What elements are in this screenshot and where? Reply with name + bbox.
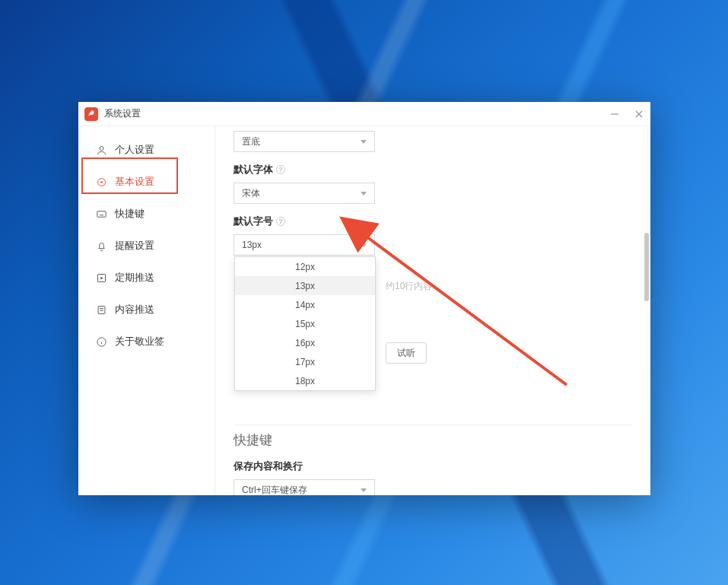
field-label-text: 保存内容和换行 (234, 459, 303, 473)
field-default-fontsize: 默认字号 ? 13px 12px 13px 14px 15px 16px 17p… (234, 215, 632, 256)
save-select[interactable]: Ctrl+回车键保存 (234, 479, 375, 495)
bell-icon (95, 240, 107, 252)
scrollbar-thumb[interactable] (644, 233, 649, 301)
select-value: 宋体 (242, 187, 260, 200)
select-value: 13px (242, 240, 262, 250)
svg-point-3 (100, 146, 103, 150)
field-save-behavior: 保存内容和换行 Ctrl+回车键保存 (234, 459, 632, 495)
titlebar: 系统设置 (78, 102, 650, 126)
sidebar-item-label: 关于敬业签 (115, 335, 164, 348)
svg-rect-12 (98, 306, 105, 313)
svg-point-5 (100, 181, 103, 183)
minimize-button[interactable] (609, 109, 620, 119)
help-icon[interactable]: ? (276, 165, 285, 174)
position-select[interactable]: 置底 (234, 131, 375, 152)
sidebar: 个人设置 基本设置 快捷键 提醒设置 (78, 126, 215, 495)
play-box-icon (95, 272, 107, 284)
chevron-down-icon (361, 243, 367, 247)
sidebar-item-about[interactable]: 关于敬业签 (78, 326, 215, 358)
fontsize-option[interactable]: 12px (235, 257, 375, 276)
fontsize-option[interactable]: 15px (235, 314, 375, 333)
sidebar-item-label: 内容推送 (115, 303, 154, 316)
sidebar-item-personal[interactable]: 个人设置 (78, 134, 215, 166)
keyboard-icon (95, 208, 107, 220)
select-value: Ctrl+回车键保存 (242, 484, 307, 496)
doc-icon (95, 304, 107, 316)
sidebar-item-label: 定期推送 (115, 271, 154, 285)
font-select[interactable]: 宋体 (234, 183, 375, 204)
sidebar-item-label: 快捷键 (115, 207, 145, 221)
close-button[interactable] (634, 109, 644, 119)
field-default-font: 默认字体 ? 宋体 (234, 163, 632, 204)
fontsize-option[interactable]: 13px (235, 276, 375, 295)
svg-rect-6 (97, 211, 105, 217)
sidebar-item-reminder[interactable]: 提醒设置 (78, 230, 215, 262)
fontsize-option[interactable]: 16px (235, 333, 375, 352)
sidebar-item-content-push[interactable]: 内容推送 (78, 294, 215, 326)
sidebar-item-label: 基本设置 (115, 175, 154, 189)
content: 置底 默认字体 ? 宋体 默认字号 ? 13px (215, 126, 650, 495)
chevron-down-icon (361, 140, 367, 144)
fontsize-option[interactable]: 18px (235, 371, 375, 390)
window-controls (609, 109, 644, 119)
select-value: 置底 (242, 135, 260, 148)
sidebar-item-shortcuts[interactable]: 快捷键 (78, 198, 215, 230)
fontsize-option[interactable]: 14px (235, 295, 375, 314)
field-label-text: 默认字体 (234, 163, 273, 176)
hint-text: 约10行内容 (386, 280, 432, 293)
help-icon[interactable]: ? (276, 217, 285, 226)
sidebar-item-schedule-push[interactable]: 定期推送 (78, 262, 215, 294)
fontsize-dropdown: 12px 13px 14px 15px 16px 17px 18px (234, 256, 376, 391)
window-title: 系统设置 (104, 107, 141, 120)
info-icon (95, 335, 107, 348)
sidebar-item-label: 个人设置 (115, 143, 154, 157)
chevron-down-icon (361, 488, 367, 492)
settings-window: 系统设置 个人设置 基本设置 (78, 102, 650, 495)
app-icon (84, 107, 98, 121)
field-label-text: 默认字号 (234, 215, 273, 228)
section-shortcuts: 快捷键 (234, 431, 632, 449)
target-icon (95, 176, 107, 188)
fontsize-select[interactable]: 13px 12px 13px 14px 15px 16px 17px 18px (234, 234, 375, 256)
sidebar-item-label: 提醒设置 (115, 239, 154, 253)
chevron-down-icon (361, 192, 367, 196)
divider (234, 424, 632, 425)
preview-button[interactable]: 试听 (386, 342, 427, 364)
sidebar-item-basic[interactable]: 基本设置 (78, 166, 215, 198)
user-icon (95, 144, 107, 156)
fontsize-option[interactable]: 17px (235, 352, 375, 371)
